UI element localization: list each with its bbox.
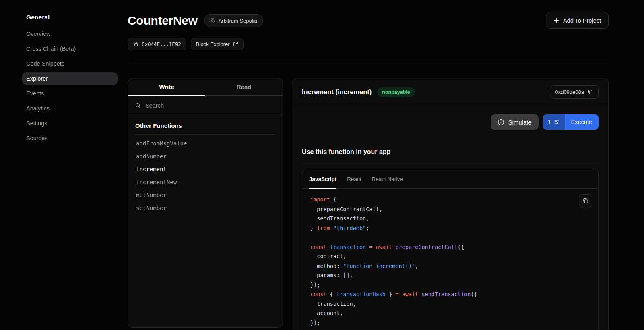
code-tab-react[interactable]: React [347,170,361,188]
function-selector-value: 0xd09de08a [555,89,584,95]
code-line: prepareContractCall, [310,205,590,214]
transaction-count-button[interactable]: 1 [543,114,565,130]
sidebar-item-sources[interactable]: Sources [22,132,118,145]
code-language-tabs: JavaScriptReactReact Native [302,170,598,189]
network-icon [209,17,215,24]
code-line: }); [310,280,590,290]
function-item-increment[interactable]: increment [135,163,275,176]
sidebar-heading: General [26,14,128,21]
write-read-tabs: WriteRead [128,78,283,96]
add-to-project-label: Add To Project [563,17,601,24]
contract-address-label: 0x044E...1E92 [142,41,181,47]
sidebar-item-analytics[interactable]: Analytics [22,102,118,115]
mutability-badge: nonpayable [377,87,415,97]
code-line: method: "function increment()", [310,262,590,271]
function-item-addFromMsgValue[interactable]: addFromMsgValue [135,137,275,150]
function-item-setNumber[interactable]: setNumber [135,201,275,214]
code-line: params: [], [310,271,590,280]
main-content: CounterNew Arbitrum Sepolia Add To Proje… [128,0,644,330]
copy-code-button[interactable] [579,194,592,208]
copy-icon [588,89,593,95]
sidebar-item-code-snippets[interactable]: Code Snippets [22,57,118,70]
other-functions-section: Other Functions addFromMsgValueaddNumber… [128,115,283,214]
code-text: import { prepareContractCall, sendTransa… [310,195,590,328]
usage-heading: Use this function in your app [302,148,599,156]
function-item-incrementNew[interactable]: incrementNew [135,176,275,189]
function-title: Increment (increment) [302,88,372,96]
explorer-content: WriteRead Other Functions addFromMsgValu… [128,78,609,330]
header-divider [128,64,609,64]
contract-chip-row: 0x044E...1E92 Block Explorer [128,38,609,50]
sidebar-item-cross-chain-beta[interactable]: Cross Chain (Beta) [22,42,118,55]
network-badge[interactable]: Arbitrum Sepolia [204,14,263,27]
function-list: addFromMsgValueaddNumberincrementincreme… [135,137,275,214]
simulate-button[interactable]: Simulate [491,114,538,130]
external-link-icon [233,42,238,47]
functions-panel: WriteRead Other Functions addFromMsgValu… [128,78,283,328]
sidebar-item-overview[interactable]: Overview [22,27,118,40]
code-line: const transaction = await prepareContrac… [310,243,590,252]
code-snippet-card: JavaScriptReactReact Native import { pre… [302,170,599,330]
function-detail-header: Increment (increment) nonpayable 0xd09de… [292,78,608,106]
code-line: const { transactionHash } = await sendTr… [310,290,590,299]
plus-icon [553,17,559,23]
function-selector-chip[interactable]: 0xd09de08a [550,85,599,99]
code-line: account, [310,309,590,318]
contract-address-chip[interactable]: 0x044E...1E92 [128,38,186,50]
copy-icon [133,42,138,47]
sidebar-item-events[interactable]: Events [22,87,118,100]
app-root: General OverviewCross Chain (Beta)Code S… [0,0,644,330]
code-line [310,233,590,243]
other-functions-heading: Other Functions [135,122,275,129]
sidebar-nav: OverviewCross Chain (Beta)Code SnippetsE… [0,27,128,145]
code-tab-react-native[interactable]: React Native [372,170,403,188]
action-buttons-row: Simulate 1 [292,106,608,130]
simulate-label: Simulate [508,119,531,126]
search-icon [135,102,141,109]
code-line: }); [310,318,590,328]
code-line: } from "thirdweb"; [310,224,590,233]
sidebar-item-settings[interactable]: Settings [22,117,118,130]
info-icon [497,119,504,126]
sidebar: General OverviewCross Chain (Beta)Code S… [0,0,128,330]
transaction-count: 1 [548,119,551,125]
code-line: sendTransaction, [310,214,590,224]
execute-button[interactable]: Execute [565,114,599,130]
sidebar-item-explorer[interactable]: Explorer [22,72,118,85]
code-line: contract, [310,252,590,262]
block-explorer-label: Block Explorer [196,41,230,47]
code-tab-javascript[interactable]: JavaScript [309,170,336,188]
copy-icon [582,198,589,204]
block-explorer-button[interactable]: Block Explorer [191,38,244,50]
code-line: transaction, [310,299,590,309]
header-title-row: CounterNew Arbitrum Sepolia Add To Proje… [128,12,609,29]
execute-button-group: 1 Execute [543,114,599,130]
tab-read[interactable]: Read [205,78,283,95]
function-item-addNumber[interactable]: addNumber [135,150,275,163]
swap-arrows-icon [554,120,559,125]
add-to-project-button[interactable]: Add To Project [546,12,609,29]
function-search-row [128,96,283,115]
network-badge-label: Arbitrum Sepolia [219,18,257,24]
usage-divider [302,163,599,163]
section-divider [135,134,275,135]
page-title: CounterNew [128,14,198,27]
tab-write[interactable]: Write [128,78,205,95]
code-block: import { prepareContractCall, sendTransa… [302,189,598,330]
search-input[interactable] [145,102,276,109]
function-detail-panel: Increment (increment) nonpayable 0xd09de… [292,78,609,330]
function-item-mulNumber[interactable]: mulNumber [135,189,275,201]
code-line: import { [310,195,590,205]
